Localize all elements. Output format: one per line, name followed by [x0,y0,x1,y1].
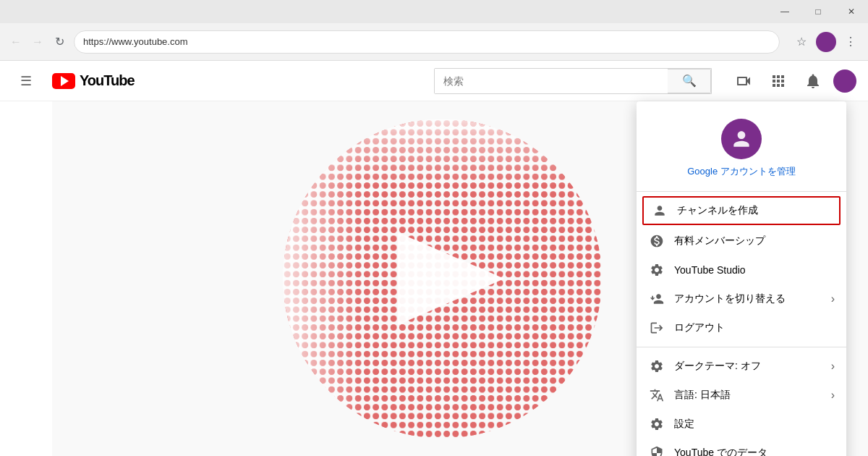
youtube-search-button[interactable]: 🔍 [668,69,711,93]
youtube-search-input[interactable] [435,69,668,93]
title-bar: — □ ✕ [0,0,868,23]
maximize-button[interactable]: □ [801,0,835,23]
create-channel-text: チャンネルを作成 [677,204,832,217]
svg-rect-11 [256,101,610,243]
create-channel-icon [651,202,668,219]
logout-text: ログアウト [674,321,835,334]
apps-button[interactable] [764,67,793,96]
divider-1 [637,191,846,192]
avatar-icon [730,127,753,151]
minimize-button[interactable]: — [768,0,801,23]
youtube-studio-icon [648,261,665,279]
close-button[interactable]: ✕ [835,0,868,23]
create-video-button[interactable] [729,67,758,96]
dark-theme-arrow: › [831,360,835,373]
chrome-nav-bar: ← → ↻ ☆ ⋮ [0,23,868,61]
youtube-logo[interactable]: YouTube [52,72,135,89]
dropdown-item-youtube-studio[interactable]: YouTube Studio [637,256,846,284]
divider-2 [637,347,846,347]
dropdown-item-switch-account[interactable]: アカウントを切り替える › [637,284,846,313]
youtube-studio-text: YouTube Studio [674,264,835,276]
manage-account-link[interactable]: Google アカウントを管理 [687,165,796,178]
switch-account-icon [648,290,665,308]
main-area: ☰ YouTube 🔍 [0,61,868,456]
refresh-button[interactable]: ↻ [49,32,69,52]
youtube-logo-icon [52,73,75,89]
notifications-button[interactable] [799,67,827,96]
youtube-profile-avatar[interactable] [833,69,856,93]
dropdown-item-language[interactable]: 言語: 日本語 › [637,381,846,410]
language-text: 言語: 日本語 [674,389,822,402]
switch-account-arrow: › [831,292,835,305]
youtube-header: ☰ YouTube 🔍 [0,61,868,101]
dropdown-item-yt-data[interactable]: YouTube でのデータ [637,439,846,456]
dropdown-menu: Google アカウントを管理 チャンネルを作成 有料メンバーシップ [637,101,846,456]
yt-data-icon [648,444,665,456]
bookmark-button[interactable]: ☆ [790,30,813,54]
dropdown-item-logout[interactable]: ログアウト [637,313,846,342]
settings-icon [648,415,665,433]
dropdown-profile-section: Google アカウントを管理 [637,107,846,187]
forward-button[interactable]: → [27,32,48,52]
paid-membership-icon [648,232,665,250]
dark-theme-text: ダークテーマ: オフ [674,360,822,373]
settings-text: 設定 [674,418,835,431]
youtube-sidebar [0,101,52,456]
switch-account-text: アカウントを切り替える [674,292,822,305]
hamburger-button[interactable]: ☰ [12,67,41,96]
yt-data-text: YouTube でのデータ [674,447,835,456]
dropdown-item-settings[interactable]: 設定 [637,410,846,439]
dropdown-item-paid-membership[interactable]: 有料メンバーシップ [637,227,846,256]
address-bar [74,30,780,54]
youtube-search-bar: 🔍 [434,68,712,94]
language-arrow: › [831,389,835,402]
back-button[interactable]: ← [6,32,26,52]
more-button[interactable]: ⋮ [839,30,862,54]
dropdown-item-dark-theme[interactable]: ダークテーマ: オフ › [637,352,846,381]
youtube-logo-text: YouTube [80,72,135,89]
chrome-profile-avatar[interactable] [816,32,836,52]
dark-theme-icon [648,358,665,375]
address-input[interactable] [83,36,770,47]
logout-icon [648,319,665,337]
paid-membership-text: 有料メンバーシップ [674,235,835,248]
language-icon [648,387,665,404]
dropdown-avatar [721,119,762,159]
dropdown-item-create-channel[interactable]: チャンネルを作成 [642,196,841,225]
